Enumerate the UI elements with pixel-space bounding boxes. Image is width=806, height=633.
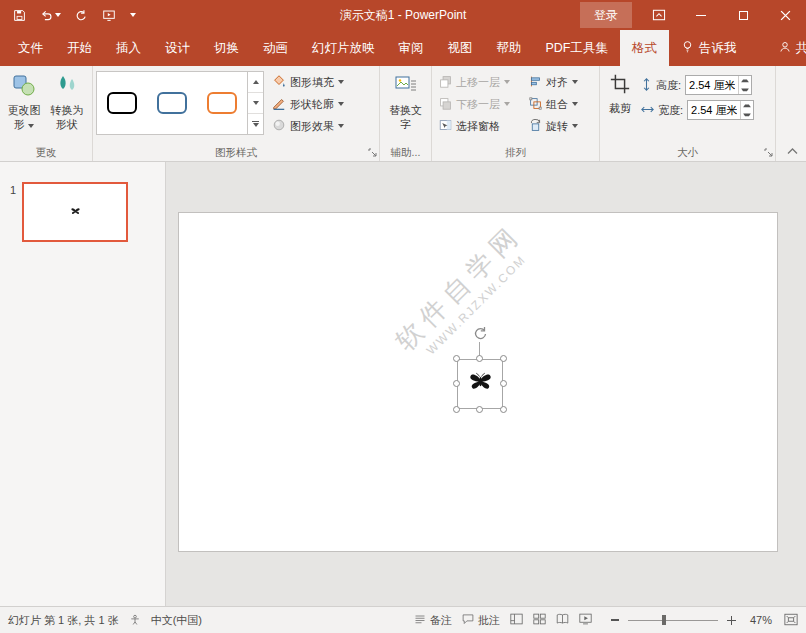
width-increase-icon[interactable] — [742, 102, 752, 109]
close-button[interactable] — [764, 0, 806, 30]
group-objects-icon — [529, 97, 542, 112]
tab-home[interactable]: 开始 — [55, 30, 104, 66]
login-button[interactable]: 登录 — [580, 2, 632, 28]
tab-pdf-tools[interactable]: PDF工具集 — [534, 30, 621, 66]
shape-effects-button[interactable]: 图形效果 — [268, 115, 348, 137]
collapse-ribbon-icon[interactable] — [787, 145, 798, 157]
zoom-level[interactable]: 47% — [744, 614, 772, 626]
ribbon: 更改图形 转换为形状 更改 — [0, 66, 806, 162]
send-backward-button[interactable]: 下移一层 — [435, 93, 523, 115]
align-button[interactable]: 对齐 — [525, 71, 591, 93]
height-increase-icon[interactable] — [740, 77, 750, 84]
slideshow-view-icon[interactable] — [579, 613, 592, 627]
group-size: 裁剪 高度: — [600, 66, 776, 161]
zoom-out-icon[interactable] — [608, 613, 622, 627]
customize-qat-icon[interactable] — [125, 10, 141, 20]
shape-style-gallery — [96, 71, 264, 135]
width-input[interactable] — [688, 101, 740, 119]
zoom-in-icon[interactable] — [724, 613, 738, 627]
convert-to-shape-button[interactable]: 转换为形状 — [45, 69, 89, 145]
group-button[interactable]: 组合 — [525, 93, 591, 115]
size-dialog-launcher-icon[interactable] — [764, 147, 773, 159]
shape-styles-dialog-launcher-icon[interactable] — [368, 147, 377, 159]
tab-design[interactable]: 设计 — [153, 30, 202, 66]
powerpoint-window: 演示文稿1 - PowerPoint 登录 文件 开始 插入 设计 切换 动画 … — [0, 0, 806, 633]
view-switcher — [510, 613, 592, 627]
selection-handle-nw[interactable] — [453, 355, 460, 362]
selection-handle-se[interactable] — [500, 406, 507, 413]
shape-fill-icon — [272, 74, 286, 90]
slide-sorter-icon[interactable] — [533, 613, 546, 627]
crop-icon — [609, 73, 631, 99]
shape-fill-button[interactable]: 图形填充 — [268, 71, 348, 93]
group-label-size: 大小 — [600, 146, 775, 160]
rotate-button[interactable]: 旋转 — [525, 115, 591, 137]
ribbon-display-options-icon[interactable] — [638, 0, 680, 30]
width-decrease-icon[interactable] — [742, 111, 752, 118]
style-preview-3[interactable] — [197, 72, 247, 134]
tab-review[interactable]: 审阅 — [387, 30, 436, 66]
selection-handle-n[interactable] — [476, 355, 483, 362]
butterfly-shape[interactable] — [467, 369, 494, 400]
selection-pane-button[interactable]: 选择窗格 — [435, 115, 523, 137]
maximize-button[interactable] — [722, 0, 764, 30]
tab-share[interactable]: 共享 — [767, 30, 806, 66]
alt-text-button[interactable]: 替换文字 — [384, 69, 428, 145]
group-label-arrange: 排列 — [432, 146, 599, 160]
style-preview-2[interactable] — [147, 72, 197, 134]
minimize-button[interactable] — [680, 0, 722, 30]
group-change: 更改图形 转换为形状 更改 — [0, 66, 93, 161]
rotation-handle-icon[interactable] — [473, 326, 487, 344]
slide-editing-area: 软件自学网 WWW.RJZXW.COM — [166, 162, 806, 606]
zoom-slider[interactable] — [628, 613, 718, 627]
tab-file[interactable]: 文件 — [6, 30, 55, 66]
height-decrease-icon[interactable] — [740, 86, 750, 93]
shape-outline-button[interactable]: 形状轮廓 — [268, 93, 348, 115]
change-shape-button[interactable]: 更改图形 — [3, 69, 45, 145]
language-indicator[interactable]: 中文(中国) — [151, 613, 202, 628]
selection-handle-s[interactable] — [476, 406, 483, 413]
redo-icon[interactable] — [70, 6, 93, 25]
gallery-up-button[interactable] — [248, 72, 263, 93]
tab-view[interactable]: 视图 — [436, 30, 485, 66]
save-icon[interactable] — [8, 6, 31, 25]
height-input[interactable] — [686, 76, 738, 94]
reading-view-icon[interactable] — [556, 613, 569, 627]
undo-icon[interactable] — [35, 6, 66, 25]
tab-insert[interactable]: 插入 — [104, 30, 153, 66]
fit-to-window-icon[interactable] — [784, 613, 798, 628]
accessibility-icon[interactable] — [129, 614, 141, 626]
tab-slideshow[interactable]: 幻灯片放映 — [300, 30, 387, 66]
comments-button[interactable]: 批注 — [462, 613, 500, 628]
gallery-more-button[interactable] — [248, 114, 263, 134]
crop-button[interactable]: 裁剪 — [603, 69, 637, 145]
normal-view-icon[interactable] — [510, 613, 523, 627]
style-preview-1[interactable] — [97, 72, 147, 134]
slide-canvas[interactable]: 软件自学网 WWW.RJZXW.COM — [178, 212, 778, 552]
slide-thumbnail[interactable] — [22, 182, 128, 242]
zoom-slider-thumb[interactable] — [662, 615, 666, 625]
ribbon-spacer — [776, 66, 806, 161]
lightbulb-icon — [681, 40, 694, 56]
slide-counter[interactable]: 幻灯片 第 1 张, 共 1 张 — [8, 613, 119, 628]
selection-handle-e[interactable] — [500, 380, 507, 387]
height-label: 高度: — [656, 78, 681, 93]
tab-transitions[interactable]: 切换 — [202, 30, 251, 66]
status-bar: 幻灯片 第 1 张, 共 1 张 中文(中国) 备注 批注 — [0, 606, 806, 633]
tab-animations[interactable]: 动画 — [251, 30, 300, 66]
gallery-down-button[interactable] — [248, 93, 263, 114]
titlebar: 演示文稿1 - PowerPoint 登录 — [0, 0, 806, 30]
tab-tell-me[interactable]: 告诉我 — [669, 30, 749, 66]
selection-handle-sw[interactable] — [453, 406, 460, 413]
tab-format[interactable]: 格式 — [620, 30, 669, 66]
shape-effects-icon — [272, 118, 286, 134]
start-slideshow-icon[interactable] — [97, 6, 121, 25]
rotation-handle-line — [479, 342, 480, 356]
thumbnail-butterfly-icon — [70, 203, 81, 221]
tab-help[interactable]: 帮助 — [485, 30, 534, 66]
slide-thumbnail-row: 1 — [10, 182, 157, 242]
selection-handle-w[interactable] — [453, 380, 460, 387]
bring-forward-button[interactable]: 上移一层 — [435, 71, 523, 93]
selection-handle-ne[interactable] — [500, 355, 507, 362]
notes-button[interactable]: 备注 — [414, 613, 452, 628]
